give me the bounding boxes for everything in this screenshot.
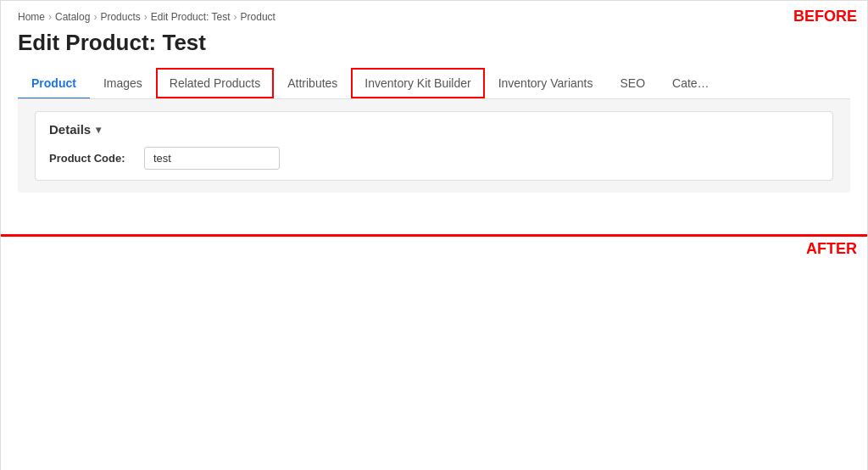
page-title-before: Edit Product: Test — [18, 30, 850, 56]
product-code-label-before: Product Code: — [49, 152, 134, 165]
after-label: AFTER — [806, 240, 857, 258]
section-divider — [1, 234, 867, 237]
details-header-before[interactable]: Details ▾ — [49, 122, 819, 137]
content-area-before: Details ▾ Product Code: — [18, 99, 850, 193]
details-label-before: Details — [49, 122, 91, 137]
before-label: BEFORE — [793, 8, 857, 25]
breadcrumb-products[interactable]: Products — [100, 11, 140, 23]
breadcrumb-edit-product[interactable]: Edit Product: Test — [151, 11, 231, 23]
tab-product-before[interactable]: Product — [18, 68, 90, 98]
product-code-input-before[interactable] — [144, 147, 280, 170]
breadcrumb-home[interactable]: Home — [18, 11, 45, 23]
form-row-before: Product Code: — [49, 147, 819, 170]
breadcrumb-before: Home › Catalog › Products › Edit Product… — [18, 11, 850, 23]
tab-attributes-before[interactable]: Attributes — [274, 68, 351, 98]
details-box-before: Details ▾ Product Code: — [35, 111, 833, 181]
page-wrapper: BEFORE Home › Catalog › Products › Edit … — [0, 0, 868, 470]
chevron-down-icon-before: ▾ — [96, 124, 101, 136]
breadcrumb-product[interactable]: Product — [241, 11, 275, 23]
tab-related-products-before[interactable]: Related Products — [156, 68, 274, 98]
tab-images-before[interactable]: Images — [90, 68, 156, 98]
tab-inventory-kit-builder-before[interactable]: Inventory Kit Builder — [351, 68, 484, 98]
tab-cate-before[interactable]: Cate… — [659, 68, 723, 98]
tab-seo-before[interactable]: SEO — [606, 68, 659, 98]
before-content: Home › Catalog › Products › Edit Product… — [1, 1, 867, 193]
breadcrumb-catalog[interactable]: Catalog — [55, 11, 90, 23]
tab-inventory-variants-before[interactable]: Inventory Variants — [485, 68, 607, 98]
tabs-row-before: Product Images Related Products Attribut… — [18, 68, 850, 99]
before-section: Home › Catalog › Products › Edit Product… — [1, 1, 867, 234]
